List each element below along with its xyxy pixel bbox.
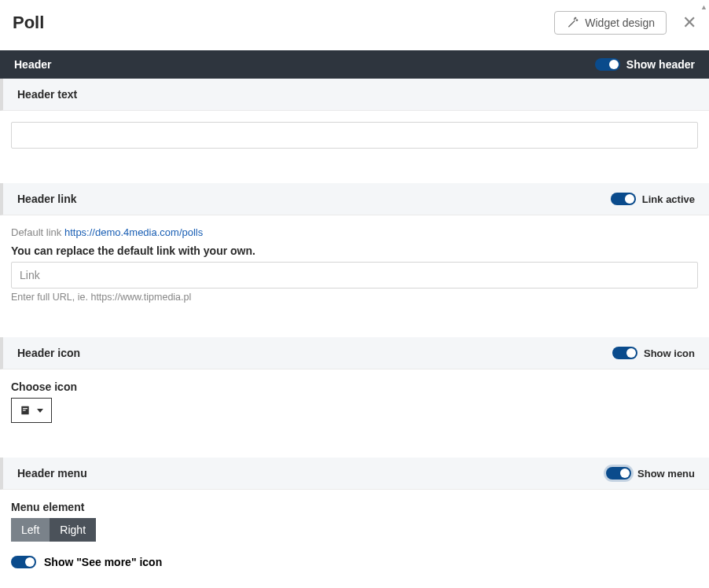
- link-active-toggle[interactable]: [611, 193, 636, 205]
- show-menu-label: Show menu: [637, 468, 695, 480]
- document-icon: [20, 405, 31, 416]
- header-link-title: Header link: [17, 193, 76, 205]
- show-icon-toggle[interactable]: [612, 347, 637, 359]
- close-icon[interactable]: ✕: [682, 14, 696, 31]
- replace-link-label: You can replace the default link with yo…: [11, 244, 698, 257]
- default-link-line: Default link https://demo.4media.com/pol…: [11, 226, 698, 244]
- choose-icon-label: Choose icon: [11, 380, 698, 393]
- widget-design-label: Widget design: [585, 17, 655, 29]
- show-header-toggle[interactable]: [595, 58, 620, 71]
- header-text-section: Header text: [0, 79, 709, 111]
- menu-position-segmented: Left Right: [11, 518, 96, 542]
- link-hint: Enter full URL, ie. https://www.tipmedia…: [11, 292, 698, 303]
- menu-left-button[interactable]: Left: [11, 518, 50, 542]
- show-menu-toggle[interactable]: [606, 467, 631, 480]
- see-more-toggle[interactable]: [11, 556, 36, 568]
- menu-element-label: Menu element: [11, 501, 698, 513]
- svg-rect-2: [23, 410, 25, 410]
- show-icon-label: Show icon: [644, 347, 695, 359]
- svg-rect-1: [23, 408, 28, 409]
- header-link-section: Header link Link active: [0, 183, 709, 215]
- widget-design-button[interactable]: Widget design: [554, 11, 667, 35]
- section-header-bar: Header Show header: [0, 50, 709, 79]
- default-link-prefix: Default link: [11, 226, 64, 238]
- wand-icon: [566, 17, 579, 29]
- chevron-down-icon: [37, 409, 43, 413]
- icon-select-dropdown[interactable]: [11, 398, 52, 423]
- scroll-up-arrow-icon: ▲: [700, 3, 707, 11]
- header-menu-section: Header menu Show menu: [0, 458, 709, 490]
- menu-right-button[interactable]: Right: [50, 518, 96, 542]
- header-text-input[interactable]: [11, 122, 698, 149]
- default-link-url[interactable]: https://demo.4media.com/polls: [64, 226, 203, 238]
- link-active-label: Link active: [642, 193, 695, 205]
- header-icon-section: Header icon Show icon: [0, 337, 709, 369]
- header-menu-title: Header menu: [17, 467, 87, 480]
- header-text-title: Header text: [17, 88, 77, 101]
- header-icon-title: Header icon: [17, 347, 80, 359]
- page-title: Poll: [13, 13, 44, 33]
- link-input[interactable]: [11, 262, 698, 288]
- topbar: Poll Widget design ✕: [0, 0, 709, 50]
- see-more-label: Show "See more" icon: [44, 556, 162, 568]
- show-header-label: Show header: [626, 58, 695, 71]
- header-section-title: Header: [14, 58, 51, 71]
